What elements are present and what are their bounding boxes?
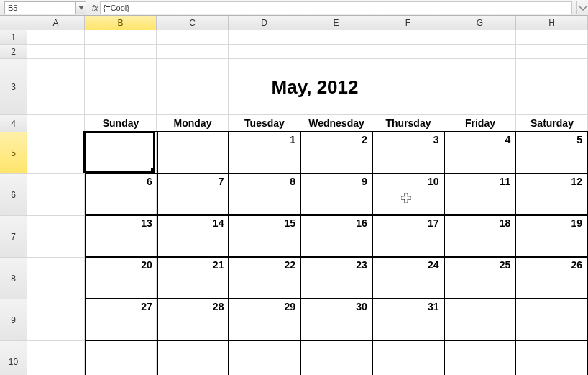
- cell[interactable]: [516, 59, 588, 115]
- cell[interactable]: [157, 132, 229, 174]
- row-header-2[interactable]: 2: [0, 45, 27, 59]
- cell[interactable]: [85, 299, 157, 341]
- row-header-1[interactable]: 1: [0, 30, 27, 45]
- cell[interactable]: [300, 30, 372, 45]
- cell[interactable]: [85, 216, 157, 258]
- cell[interactable]: [157, 341, 229, 375]
- cell[interactable]: [229, 299, 300, 341]
- cell[interactable]: [372, 216, 444, 258]
- cell[interactable]: [157, 299, 229, 341]
- cell[interactable]: [372, 341, 444, 375]
- row-header-5[interactable]: 5: [0, 132, 27, 174]
- cell[interactable]: [372, 258, 444, 299]
- cell[interactable]: [229, 45, 300, 59]
- cell[interactable]: [157, 216, 229, 258]
- cell[interactable]: [516, 299, 588, 341]
- row-header-3[interactable]: 3: [0, 59, 27, 115]
- cell[interactable]: [229, 258, 300, 299]
- cell[interactable]: [372, 174, 444, 216]
- cell[interactable]: [444, 45, 516, 59]
- cell[interactable]: [516, 174, 588, 216]
- cell[interactable]: [516, 45, 588, 59]
- row-header-8[interactable]: 8: [0, 258, 27, 299]
- col-header-B[interactable]: B: [85, 16, 157, 30]
- formula-input[interactable]: {=Cool}: [100, 1, 572, 14]
- row-header-4[interactable]: 4: [0, 115, 27, 132]
- col-header-E[interactable]: E: [300, 16, 372, 30]
- row-header-7[interactable]: 7: [0, 216, 27, 258]
- cell[interactable]: [27, 299, 85, 341]
- cell[interactable]: [300, 299, 372, 341]
- cell[interactable]: [85, 45, 157, 59]
- cell[interactable]: [372, 30, 444, 45]
- cell[interactable]: [444, 132, 516, 174]
- cell[interactable]: [300, 216, 372, 258]
- cell[interactable]: [516, 258, 588, 299]
- cell[interactable]: [300, 132, 372, 174]
- cell[interactable]: [27, 174, 85, 216]
- cell[interactable]: [157, 59, 229, 115]
- col-header-H[interactable]: H: [516, 16, 588, 30]
- cell[interactable]: [300, 258, 372, 299]
- fx-icon[interactable]: fx: [92, 4, 98, 12]
- cell[interactable]: [300, 174, 372, 216]
- cell[interactable]: [27, 216, 85, 258]
- cell[interactable]: [229, 132, 300, 174]
- select-all-corner[interactable]: [0, 16, 27, 30]
- cell[interactable]: [27, 59, 85, 115]
- col-header-F[interactable]: F: [372, 16, 444, 30]
- cell[interactable]: [300, 59, 372, 115]
- cell[interactable]: [372, 59, 444, 115]
- cell[interactable]: [229, 115, 300, 132]
- cell[interactable]: [300, 115, 372, 132]
- cell[interactable]: [85, 59, 157, 115]
- spreadsheet-grid[interactable]: A B C D E F G H 1 2: [0, 16, 588, 375]
- cell[interactable]: [157, 174, 229, 216]
- cell[interactable]: [27, 45, 85, 59]
- cell[interactable]: [157, 258, 229, 299]
- cell[interactable]: [372, 45, 444, 59]
- cell[interactable]: [300, 45, 372, 59]
- cell[interactable]: [372, 132, 444, 174]
- cell[interactable]: [444, 299, 516, 341]
- col-header-G[interactable]: G: [444, 16, 516, 30]
- cell[interactable]: [229, 30, 300, 45]
- cell[interactable]: [229, 174, 300, 216]
- name-box-dropdown[interactable]: [76, 1, 86, 14]
- formula-bar-expand[interactable]: [576, 1, 588, 14]
- cell[interactable]: [444, 30, 516, 45]
- cell[interactable]: [516, 341, 588, 375]
- cell[interactable]: [372, 115, 444, 132]
- cell[interactable]: [229, 216, 300, 258]
- cell[interactable]: [516, 132, 588, 174]
- cell[interactable]: [157, 45, 229, 59]
- cell[interactable]: [27, 30, 85, 45]
- cell[interactable]: [444, 216, 516, 258]
- cell[interactable]: [85, 30, 157, 45]
- cell[interactable]: [85, 115, 157, 132]
- cell[interactable]: [300, 341, 372, 375]
- col-header-C[interactable]: C: [157, 16, 229, 30]
- cell[interactable]: [516, 115, 588, 132]
- cell[interactable]: [85, 174, 157, 216]
- name-box[interactable]: B5: [4, 1, 76, 14]
- cell[interactable]: [85, 341, 157, 375]
- cell[interactable]: [444, 258, 516, 299]
- row-header-9[interactable]: 9: [0, 299, 27, 341]
- col-header-A[interactable]: A: [27, 16, 85, 30]
- cell[interactable]: [372, 299, 444, 341]
- cell[interactable]: [157, 30, 229, 45]
- cell[interactable]: [27, 132, 85, 174]
- row-header-6[interactable]: 6: [0, 174, 27, 216]
- cell[interactable]: [229, 341, 300, 375]
- cell[interactable]: [27, 341, 85, 375]
- cell[interactable]: [516, 30, 588, 45]
- row-header-10[interactable]: 10: [0, 341, 27, 375]
- cell[interactable]: [444, 341, 516, 375]
- cell[interactable]: [444, 174, 516, 216]
- cell[interactable]: [444, 59, 516, 115]
- cell[interactable]: [85, 258, 157, 299]
- cell[interactable]: [27, 115, 85, 132]
- col-header-D[interactable]: D: [229, 16, 300, 30]
- cell-B5[interactable]: [85, 132, 157, 174]
